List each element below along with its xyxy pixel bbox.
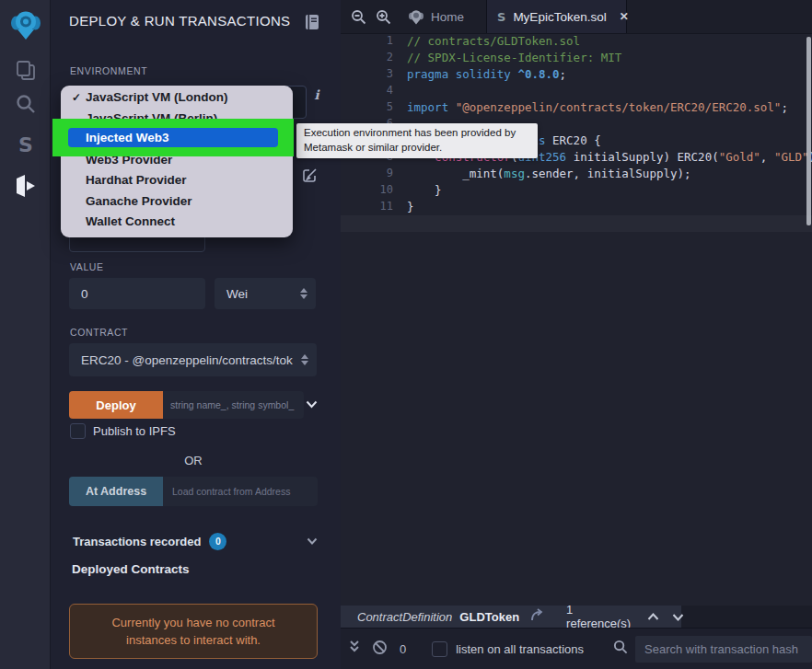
publish-ipfs-label: Publish to IPFS: [93, 424, 176, 438]
references-count-label: 1 reference(s): [566, 603, 631, 630]
contract-selected: ERC20 - @openzeppelin/contracts/tok: [81, 353, 293, 367]
context-type-label: ContractDefinition: [357, 610, 452, 624]
environment-option-label: Ganache Provider: [86, 191, 192, 213]
annotation-highlight-box: Injected Web3: [52, 119, 294, 156]
environment-label: ENVIRONMENT: [70, 65, 147, 76]
zoom-out-icon[interactable]: [351, 9, 366, 25]
clear-terminal-icon[interactable]: [372, 640, 388, 659]
editor-scrollbar[interactable]: [806, 37, 811, 225]
tab-home-label: Home: [431, 10, 464, 24]
go-to-reference-icon[interactable]: [530, 608, 546, 625]
environment-option-injected-web3[interactable]: Injected Web3: [68, 128, 278, 147]
transactions-recorded-row[interactable]: Transactions recorded 0: [73, 531, 318, 551]
environment-option-label: Wallet Connect: [86, 212, 175, 233]
remix-ide-window: S DEPLOY & RUN TRANSACTIONS ENVIRONMENT …: [0, 0, 812, 669]
publish-ipfs-checkbox[interactable]: [70, 423, 86, 439]
context-name-label: GLDToken: [459, 610, 519, 624]
code-line: }: [407, 183, 812, 200]
code-line: import "@openzeppelin/contracts/token/ER…: [407, 100, 812, 117]
line-number: 1: [341, 34, 393, 51]
info-icon[interactable]: i: [311, 87, 322, 104]
transactions-recorded-label: Transactions recorded: [73, 535, 201, 548]
contract-select[interactable]: ERC20 - @openzeppelin/contracts/tok: [69, 343, 317, 376]
remix-logo-icon[interactable]: [11, 9, 41, 40]
contract-label: CONTRACT: [70, 327, 128, 338]
next-reference-chevron-icon[interactable]: [672, 608, 684, 625]
icon-sidebar: S: [0, 0, 51, 669]
expand-deploy-chevron-icon[interactable]: [306, 397, 318, 413]
deploy-and-run-icon[interactable]: [14, 173, 38, 199]
line-number: 11: [341, 200, 393, 216]
environment-option[interactable]: ✓JavaScript VM (London): [61, 87, 293, 109]
terminal-count: 0: [400, 642, 406, 656]
search-icon[interactable]: [15, 93, 37, 115]
transaction-search-input[interactable]: [635, 636, 812, 663]
value-input[interactable]: [69, 278, 205, 309]
solidity-file-icon: S: [497, 10, 505, 24]
line-number: 10: [341, 183, 393, 200]
sign-message-icon[interactable]: [303, 167, 318, 182]
collapse-terminal-icon[interactable]: [348, 640, 361, 658]
value-unit: Wei: [226, 287, 248, 301]
no-instances-warning: Currently you have no contract instances…: [69, 604, 318, 659]
deploy-button[interactable]: Deploy: [69, 391, 163, 419]
environment-option-label: Hardhat Provider: [86, 170, 187, 191]
code-line: // contracts/GLDToken.sol: [407, 34, 812, 51]
line-number: 2: [341, 51, 393, 67]
no-instances-warning-text: Currently you have no contract instances…: [92, 614, 295, 649]
checkmark-icon: [72, 212, 86, 233]
panel-title: DEPLOY & RUN TRANSACTIONS: [69, 13, 290, 29]
checkmark-icon: ✓: [72, 87, 86, 109]
or-divider-label: OR: [69, 454, 318, 467]
documentation-book-icon[interactable]: [305, 14, 320, 30]
transactions-chevron-icon[interactable]: [307, 533, 318, 549]
tab-myepictoken[interactable]: S MyEpicToken.sol ✕: [486, 0, 627, 33]
code-line: }: [407, 200, 812, 216]
environment-option[interactable]: Ganache Provider: [61, 191, 293, 213]
close-tab-icon[interactable]: ✕: [620, 10, 629, 23]
line-number: 3: [341, 67, 393, 84]
code-editor[interactable]: 1234567891011 // contracts/GLDToken.sol/…: [341, 34, 812, 606]
environment-menu: ✓JavaScript VM (London)JavaScript VM (Be…: [61, 86, 293, 237]
checkmark-icon: [72, 170, 86, 191]
at-address-button[interactable]: At Address: [69, 477, 163, 506]
environment-option[interactable]: Hardhat Provider: [61, 170, 293, 191]
code-line: [407, 84, 812, 100]
line-number: 9: [341, 167, 393, 183]
current-line-highlight: [341, 215, 812, 232]
code-line: // SPDX-License-Identifier: MIT: [407, 51, 812, 67]
transactions-count-badge: 0: [209, 533, 226, 550]
constructor-args-input[interactable]: [163, 391, 304, 419]
listen-transactions-label: listen on all transactions: [456, 642, 584, 656]
code-line: _mint(msg.sender, initialSupply);: [407, 167, 812, 183]
environment-option-label: JavaScript VM (London): [86, 87, 228, 109]
value-label: VALUE: [70, 261, 104, 272]
deployed-contracts-heading: Deployed Contracts: [72, 562, 190, 576]
previous-reference-chevron-icon[interactable]: [647, 608, 659, 625]
environment-option[interactable]: Wallet Connect: [61, 212, 293, 233]
editor-context-bar: ContractDefinition GLDToken 1 reference(…: [341, 606, 812, 628]
line-number: 4: [341, 84, 393, 100]
listen-transactions-checkbox[interactable]: [432, 641, 447, 657]
context-bar-content: ContractDefinition GLDToken 1 reference(…: [341, 606, 681, 628]
line-number: 5: [341, 100, 393, 117]
solidity-compiler-icon[interactable]: S: [15, 131, 37, 158]
terminal-bar: 0 listen on all transactions: [341, 628, 812, 669]
stepper-arrows-icon: [300, 288, 307, 299]
tab-file-label: MyEpicToken.sol: [513, 10, 606, 24]
terminal-search-icon: [613, 640, 628, 658]
file-explorer-icon[interactable]: [14, 59, 38, 83]
environment-tooltip: Execution environment has been provided …: [296, 123, 538, 158]
stepper-arrows-icon: [301, 354, 308, 365]
code-line: pragma solidity ^0.8.0;: [407, 67, 812, 84]
remix-home-icon: [409, 9, 423, 25]
checkmark-icon: [72, 191, 86, 213]
zoom-in-icon[interactable]: [376, 9, 391, 25]
editor-tabbar: Home S MyEpicToken.sol ✕: [341, 0, 812, 34]
value-unit-select[interactable]: Wei: [215, 278, 316, 309]
at-address-input[interactable]: [163, 477, 318, 506]
tab-home[interactable]: Home: [398, 0, 477, 34]
